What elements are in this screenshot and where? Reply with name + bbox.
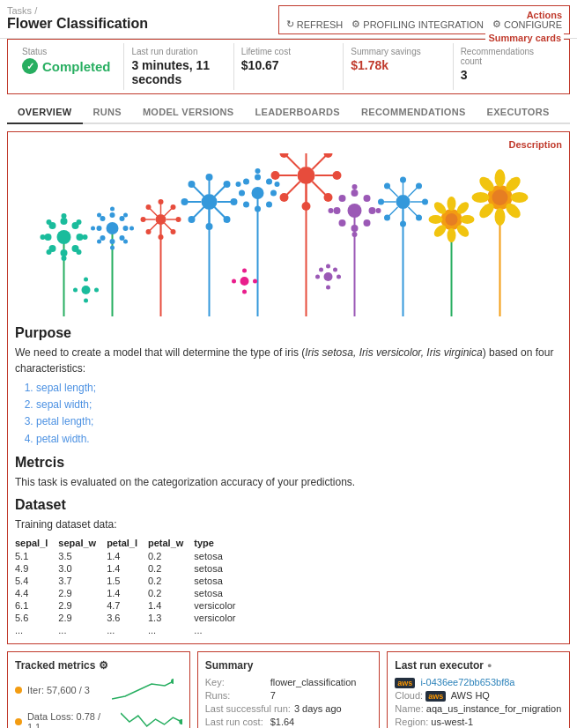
executor-id-value[interactable]: i-0436ee72bb653bf8a <box>420 677 514 687</box>
main-content: Description <box>7 131 570 644</box>
svg-point-161 <box>73 288 78 293</box>
gear-icon[interactable]: ⚙ <box>99 659 108 672</box>
header-actions-wrapper: Actions REFRESH PROFILING INTEGRATION CO… <box>278 5 570 34</box>
svg-point-134 <box>384 183 390 189</box>
svg-point-79 <box>255 175 261 181</box>
svg-point-54 <box>159 234 164 240</box>
table-cell: ... <box>58 624 107 636</box>
refresh-button[interactable]: REFRESH <box>286 19 344 30</box>
refresh-icon <box>286 19 294 30</box>
executor-cloud-value: AWS HQ <box>451 690 490 701</box>
table-cell: 3.5 <box>58 550 107 562</box>
dataset-title: Dataset <box>15 497 562 513</box>
col-sepal-w: sepal_w <box>58 536 107 550</box>
svg-point-35 <box>100 235 106 241</box>
executor-cloud-row: Cloud: aws AWS HQ <box>395 690 562 701</box>
check-icon: ✓ <box>22 58 38 74</box>
svg-point-141 <box>461 215 475 224</box>
svg-point-70 <box>206 174 213 181</box>
svg-point-10 <box>57 230 71 244</box>
table-cell: 4.4 <box>15 587 58 599</box>
svg-point-13 <box>77 234 84 241</box>
dataloss-sparkline <box>121 709 181 728</box>
svg-point-72 <box>231 198 238 205</box>
svg-point-101 <box>333 171 342 180</box>
table-row: 6.12.94.71.4versicolor <box>15 599 246 612</box>
svg-point-34 <box>120 235 125 241</box>
svg-point-14 <box>45 234 52 241</box>
svg-point-36 <box>110 207 115 212</box>
summary-key-label: Key: <box>205 677 267 687</box>
svg-point-138 <box>446 213 458 226</box>
svg-point-11 <box>61 218 68 225</box>
header-left: Tasks / Flower Classification <box>7 5 148 32</box>
svg-point-40 <box>123 213 128 218</box>
svg-point-131 <box>422 199 428 205</box>
aws-logo: aws <box>395 678 415 688</box>
svg-point-31 <box>97 226 102 231</box>
header-buttons: REFRESH PROFILING INTEGRATION CONFIGURE <box>286 19 562 30</box>
table-cell: 1.4 <box>107 550 148 562</box>
svg-point-139 <box>448 197 456 211</box>
svg-point-105 <box>324 193 333 202</box>
svg-point-117 <box>352 232 358 237</box>
svg-point-100 <box>302 202 311 211</box>
duration-value: 3 minutes, 11 seconds <box>131 58 226 86</box>
svg-point-26 <box>47 249 52 255</box>
tab-model-versions[interactable]: MODEL VERSIONS <box>132 101 245 124</box>
svg-point-53 <box>159 199 164 204</box>
svg-point-73 <box>181 198 189 205</box>
summary-cards-section: Summary cards Status ✓ Completed Last ru… <box>7 39 570 94</box>
svg-point-159 <box>84 299 88 303</box>
list-item: sepal width; <box>36 397 562 413</box>
svg-point-12 <box>61 249 68 256</box>
svg-point-116 <box>352 184 358 189</box>
table-cell: 0.2 <box>148 550 194 562</box>
tab-executors[interactable]: EXECUTORS <box>477 101 560 124</box>
svg-point-152 <box>472 192 490 203</box>
svg-point-83 <box>266 179 272 185</box>
svg-point-102 <box>271 171 280 180</box>
tab-leaderboards[interactable]: LEADERBOARDS <box>245 101 351 124</box>
svg-point-29 <box>110 239 115 244</box>
profiling-button[interactable]: PROFILING INTEGRATION <box>351 19 484 30</box>
svg-point-77 <box>189 216 196 223</box>
table-cell: 2.9 <box>58 599 107 612</box>
table-cell: ... <box>15 624 58 636</box>
svg-point-119 <box>329 208 334 213</box>
duration-card: Last run duration 3 minutes, 11 seconds <box>124 43 233 90</box>
description-label: Description <box>15 139 562 150</box>
executor-name-value: aqa_us_instance_for_migration <box>426 703 562 714</box>
status-label: Status <box>22 47 116 56</box>
tab-runs[interactable]: RUNS <box>83 101 132 124</box>
recommendations-card: Recommendations count 3 <box>454 43 562 90</box>
summary-lastrun-row: Last successful run: 3 days ago <box>205 703 373 714</box>
summary-panel-title: Summary <box>205 659 373 672</box>
tab-overview[interactable]: OVERVIEW <box>7 101 83 124</box>
svg-point-140 <box>448 228 456 242</box>
dataset-subtitle: Training dataset data: <box>15 516 562 532</box>
summary-key-value: flower_classification <box>270 677 357 687</box>
tracked-metrics-title: Tracked metrics ⚙ <box>15 659 182 672</box>
svg-point-87 <box>255 168 261 174</box>
table-cell: ... <box>148 624 194 636</box>
list-item: petal width. <box>36 431 562 448</box>
table-row: 5.62.93.61.3versicolor <box>15 612 246 624</box>
svg-point-86 <box>243 202 249 208</box>
summary-lastrun-label: Last successful run: <box>205 703 291 714</box>
svg-point-157 <box>82 286 91 294</box>
metrics-title: Metrcis <box>15 455 562 471</box>
purpose-title: Purpose <box>15 325 562 341</box>
table-cell: 1.4 <box>107 562 148 575</box>
svg-point-32 <box>120 216 125 221</box>
svg-point-27 <box>107 222 119 234</box>
svg-point-82 <box>239 190 245 197</box>
table-cell: 2.9 <box>58 587 107 599</box>
svg-point-78 <box>252 187 264 199</box>
svg-point-76 <box>224 216 231 223</box>
svg-point-71 <box>206 223 213 230</box>
metric-iter: Iter: 57,600 / 3 <box>15 677 182 703</box>
svg-point-112 <box>364 195 371 202</box>
dataloss-label: Data Loss: 0.78 / 1.1 <box>27 711 115 728</box>
tab-recommendations[interactable]: RECOMMENDATIONS <box>351 101 477 124</box>
